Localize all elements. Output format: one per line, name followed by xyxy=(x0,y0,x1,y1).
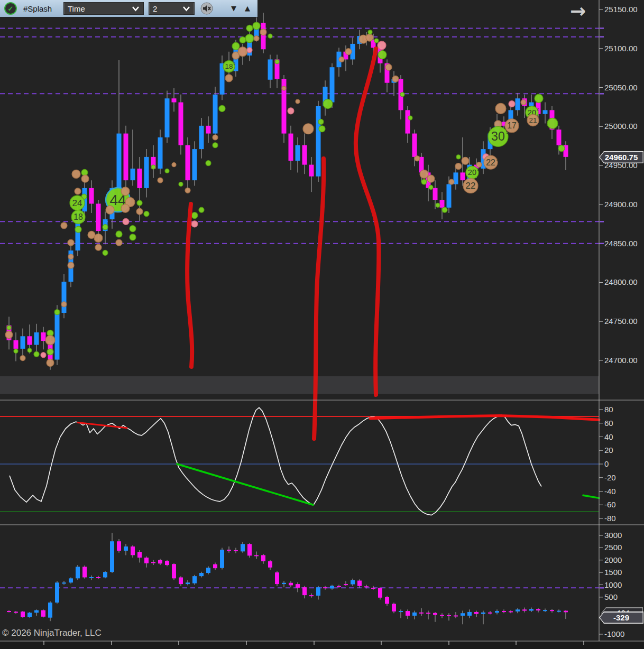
svg-text:25000.00: 25000.00 xyxy=(604,122,638,131)
svg-text:0: 0 xyxy=(604,459,609,468)
svg-text:22: 22 xyxy=(486,158,495,167)
svg-text:1: 1 xyxy=(496,157,499,162)
interval-value-value: 2 xyxy=(153,4,157,13)
svg-text:18: 18 xyxy=(73,212,83,221)
interval-value-dropdown[interactable]: 2 xyxy=(149,2,195,15)
svg-text:18: 18 xyxy=(225,62,233,70)
svg-text:2500: 2500 xyxy=(604,543,622,552)
svg-text:1500: 1500 xyxy=(604,568,622,577)
svg-text:2: 2 xyxy=(537,107,539,112)
svg-text:24800.00: 24800.00 xyxy=(604,277,638,286)
svg-text:22: 22 xyxy=(466,181,476,191)
svg-text:80: 80 xyxy=(604,405,613,414)
delta-panel xyxy=(0,533,599,624)
copyright-label: © 2026 NinjaTrader, LLC xyxy=(2,628,102,638)
svg-text:21: 21 xyxy=(529,116,537,124)
svg-text:24750.00: 24750.00 xyxy=(604,317,638,326)
chevron-down-icon xyxy=(132,6,140,12)
svg-text:500: 500 xyxy=(604,592,618,601)
svg-text:-1000: -1000 xyxy=(604,629,624,638)
svg-text:60: 60 xyxy=(604,419,613,428)
svg-text:25100.00: 25100.00 xyxy=(604,44,638,53)
svg-text:20: 20 xyxy=(604,446,613,455)
interval-type-value: Time xyxy=(68,4,85,13)
svg-text:-60: -60 xyxy=(604,500,616,509)
svg-text:2000: 2000 xyxy=(604,555,622,564)
svg-text:24900.00: 24900.00 xyxy=(604,200,638,209)
oscillator-panel xyxy=(0,407,599,515)
svg-text:40: 40 xyxy=(604,432,613,441)
go-to-latest-arrow-icon[interactable]: → xyxy=(570,0,586,22)
svg-text:24850.00: 24850.00 xyxy=(604,239,638,248)
panel-collapse-icon[interactable]: ▼ xyxy=(231,4,236,12)
chevron-down-icon xyxy=(182,6,190,12)
svg-text:17: 17 xyxy=(507,121,517,130)
chart-canvas[interactable]: 241844185201222213051720221125150.002510… xyxy=(0,0,644,649)
panel-expand-icon[interactable]: ▲ xyxy=(245,4,250,12)
svg-text:1: 1 xyxy=(477,167,479,172)
svg-text:24: 24 xyxy=(72,198,82,208)
svg-text:20: 20 xyxy=(468,168,476,177)
svg-text:25150.00: 25150.00 xyxy=(604,5,638,14)
price-panel-band xyxy=(0,376,599,394)
price-candles xyxy=(7,13,568,370)
svg-text:25050.00: 25050.00 xyxy=(604,83,638,92)
interval-type-dropdown[interactable]: Time xyxy=(63,2,144,15)
svg-text:-80: -80 xyxy=(604,514,616,523)
price-dashed-levels xyxy=(0,28,599,243)
speaker-muted-icon[interactable] xyxy=(200,2,213,15)
right-price-axis: 25150.0025100.0025050.0025000.0024950.00… xyxy=(599,0,638,641)
chart-toolbar: ✓ #Splash Time 2 ▼ ▲ xyxy=(0,0,257,17)
last-price-badge: 24960.75 xyxy=(599,151,643,163)
svg-text:1: 1 xyxy=(538,115,540,119)
svg-text:1000: 1000 xyxy=(604,580,622,589)
delta-value-badge: -329 xyxy=(599,611,643,624)
svg-text:3000: 3000 xyxy=(604,531,622,540)
svg-text:24700.00: 24700.00 xyxy=(604,356,638,365)
svg-text:-40: -40 xyxy=(604,487,616,496)
svg-text:-20: -20 xyxy=(604,473,616,482)
connection-check-icon: ✓ xyxy=(4,2,17,15)
svg-text:5: 5 xyxy=(234,62,236,66)
svg-text:30: 30 xyxy=(491,129,505,143)
chart-window: 241844185201222213051720221125150.002510… xyxy=(0,0,644,649)
panel-separators xyxy=(0,400,644,649)
instrument-label[interactable]: #Splash xyxy=(23,4,52,13)
